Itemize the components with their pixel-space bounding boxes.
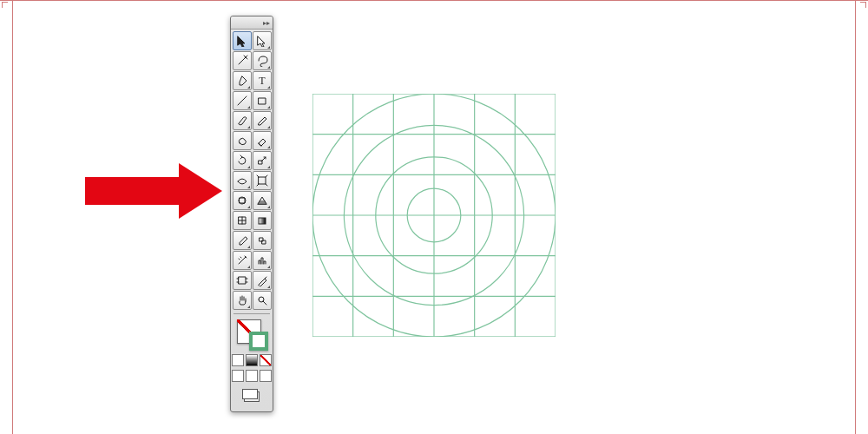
stroke-swatch[interactable] <box>249 332 268 351</box>
panel-divider <box>233 313 270 314</box>
flyout-indicator-icon <box>247 186 250 188</box>
flyout-indicator-icon <box>267 126 270 128</box>
selection-tool[interactable] <box>233 31 252 50</box>
crop-mark-top-right <box>860 2 866 8</box>
annotation-arrow <box>85 165 233 217</box>
flyout-indicator-icon <box>267 266 270 268</box>
paintbrush-tool[interactable] <box>233 111 252 130</box>
rectangle-tool[interactable] <box>253 91 272 110</box>
draw-mode-behind[interactable] <box>246 370 258 382</box>
blend-tool[interactable] <box>253 231 272 250</box>
color-mode-row <box>231 352 273 368</box>
flyout-indicator-icon <box>247 206 250 208</box>
artwork-svg <box>312 94 556 337</box>
artboard-tool[interactable] <box>233 271 252 290</box>
flyout-indicator-icon <box>247 266 250 268</box>
flyout-indicator-icon <box>247 106 250 108</box>
slice-tool[interactable] <box>253 271 272 290</box>
draw-mode-normal[interactable] <box>232 370 244 382</box>
direct-selection-tool[interactable] <box>253 31 272 50</box>
flyout-indicator-icon <box>247 166 250 168</box>
flyout-indicator-icon <box>267 146 270 148</box>
eyedropper-tool[interactable] <box>233 231 252 250</box>
flyout-indicator-icon <box>247 86 250 89</box>
flyout-indicator-icon <box>267 286 270 288</box>
canvas-artwork <box>312 94 556 337</box>
svg-rect-1 <box>259 218 266 224</box>
flyout-indicator-icon <box>267 66 270 69</box>
symbol-sprayer-tool[interactable] <box>233 251 252 270</box>
shape-builder-tool[interactable] <box>233 191 252 210</box>
flyout-indicator-icon <box>247 246 250 248</box>
blob-brush-tool[interactable] <box>233 131 252 150</box>
screen-mode-button[interactable] <box>239 387 265 406</box>
flyout-indicator-icon <box>247 306 250 308</box>
lasso-tool[interactable] <box>253 51 272 70</box>
magic-wand-tool[interactable] <box>233 51 252 70</box>
flyout-indicator-icon <box>267 206 270 208</box>
color-mode-solid[interactable] <box>232 354 244 366</box>
pen-tool[interactable] <box>233 71 252 90</box>
width-tool[interactable] <box>233 171 252 190</box>
zoom-tool[interactable] <box>253 291 272 310</box>
flyout-indicator-icon <box>267 166 270 168</box>
page-margin-right <box>855 0 856 434</box>
column-graph-tool[interactable] <box>253 251 272 270</box>
eraser-tool[interactable] <box>253 131 272 150</box>
mesh-tool[interactable] <box>233 211 252 230</box>
perspective-grid-tool[interactable] <box>253 191 272 210</box>
tool-grid: T <box>231 30 273 312</box>
screen-mode-icon <box>242 389 258 399</box>
fill-stroke-control[interactable] <box>235 318 268 351</box>
crop-mark-top-left <box>2 2 8 8</box>
page-margin-top <box>0 0 868 1</box>
flyout-indicator-icon <box>267 46 270 49</box>
line-segment-tool[interactable] <box>233 91 252 110</box>
pencil-tool[interactable] <box>253 111 272 130</box>
tools-panel: ▸▸ T <box>230 16 273 412</box>
draw-mode-inside[interactable] <box>260 370 272 382</box>
panel-header[interactable]: ▸▸ <box>231 16 273 30</box>
color-mode-gradient[interactable] <box>246 354 258 366</box>
flyout-indicator-icon <box>247 126 250 128</box>
page-margin-left <box>12 0 13 434</box>
free-transform-tool[interactable] <box>253 171 272 190</box>
flyout-indicator-icon <box>267 86 270 89</box>
gradient-tool[interactable] <box>253 211 272 230</box>
hand-tool[interactable] <box>233 291 252 310</box>
svg-text:T: T <box>259 75 266 87</box>
color-mode-none[interactable] <box>260 354 272 366</box>
draw-mode-row <box>231 368 273 384</box>
rotate-tool[interactable] <box>233 151 252 170</box>
panel-collapse-icon[interactable]: ▸▸ <box>263 19 270 27</box>
type-tool[interactable]: T <box>253 71 272 90</box>
scale-tool[interactable] <box>253 151 272 170</box>
flyout-indicator-icon <box>267 106 270 108</box>
